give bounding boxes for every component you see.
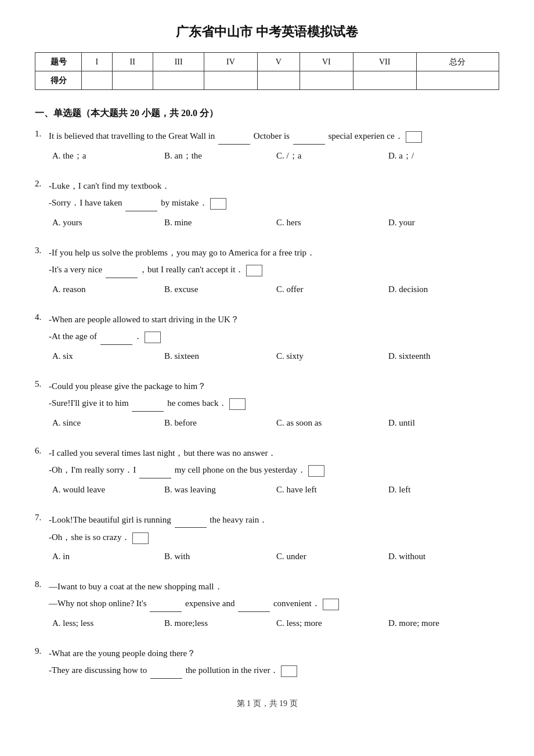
question-num: 8. [35,579,49,589]
option: A. the；a [49,148,161,164]
answer-blank [106,262,138,278]
answer-paren [145,332,161,343]
question-num: 1. [35,129,49,139]
options-row: A. would leaveB. was leavingC. have left… [49,482,497,498]
question-line: —Why not shop online? It's expensive and… [49,596,497,612]
question-line: -Sorry．I have taken by mistake． [49,196,497,211]
score-table: 题号IIIIIIIVVVIVII总分 得分 [35,52,499,90]
answer-paren [229,398,246,410]
page-footer: 第 1 页，共 19 页 [35,699,499,709]
question-num: 7. [35,513,49,523]
option: C. under [273,549,385,564]
question-line: -Oh，she is so crazy． [49,530,497,545]
options-row: A. inB. withC. underD. without [49,549,497,564]
option: B. mine [161,215,273,231]
option: D. until [385,415,497,431]
question-num: 6. [35,446,49,456]
page-title: 广东省中山市 中考英语模拟试卷 [35,23,499,41]
answer-paren [406,131,422,143]
option: B. excuse [161,282,273,297]
question-num: 3. [35,246,49,255]
answer-paren [246,265,262,276]
option: D. more; more [385,615,497,631]
answer-blank [293,129,325,145]
option: C. less; more [273,615,385,631]
option: B. an；the [161,148,273,164]
question-block: 4.-When are people allowed to start driv… [35,312,499,369]
option: D. sixteenth [385,348,497,364]
question-content: —Iwant to buy a coat at the new shopping… [49,579,497,636]
question-line: —Iwant to buy a coat at the new shopping… [49,579,497,595]
question-content: It is believed that travelling to the Gr… [49,129,497,168]
answer-blank [125,196,157,211]
option: A. less; less [49,615,161,631]
option: B. before [161,415,273,431]
answer-blank [218,129,250,145]
question-line: -Look!The beautiful girl is running the … [49,513,497,528]
option: D. left [385,482,497,498]
question-block: 1.It is believed that travelling to the … [35,129,499,168]
answer-paren [281,665,297,677]
question-block: 9.-What are the young people doing there… [35,646,499,681]
question-block: 8.—Iwant to buy a coat at the new shoppi… [35,579,499,636]
options-row: A. less; lessB. more;lessC. less; moreD.… [49,615,497,631]
answer-blank [150,596,182,612]
question-num: 2. [35,179,49,189]
question-content: -Look!The beautiful girl is running the … [49,513,497,569]
option: A. yours [49,215,161,231]
question-line: It is believed that travelling to the Gr… [49,129,497,145]
question-content: -I called you several times last night，b… [49,446,497,502]
answer-blank [238,596,270,612]
options-row: A. the；aB. an；theC. /；aD. a；/ [49,148,497,164]
answer-blank [175,513,207,528]
option: D. decision [385,282,497,297]
question-num: 5. [35,379,49,389]
question-line: -It's a very nice ，but I really can't ac… [49,262,497,278]
question-line: -Luke，I can't find my textbook． [49,179,497,194]
option: A. in [49,549,161,564]
question-line: -If you help us solve the problems，you m… [49,246,497,261]
question-line: -Sure!I'll give it to him he comes back． [49,396,497,412]
question-content: -Luke，I can't find my textbook．-Sorry．I … [49,179,497,235]
option: C. /；a [273,148,385,164]
options-row: A. sinceB. beforeC. as soon asD. until [49,415,497,431]
answer-paren [323,599,339,610]
option: A. reason [49,282,161,297]
option: A. since [49,415,161,431]
answer-blank [100,329,132,345]
question-block: 6.-I called you several times last night… [35,446,499,502]
options-row: A. reasonB. excuseC. offerD. decision [49,282,497,297]
answer-blank [139,463,171,478]
question-content: -When are people allowed to start drivin… [49,312,497,369]
answer-paren [210,198,226,210]
option: C. have left [273,482,385,498]
options-row: A. yoursB. mineC. hersD. your [49,215,497,231]
question-line: -When are people allowed to start drivin… [49,312,497,327]
option: B. with [161,549,273,564]
option: A. would leave [49,482,161,498]
option: B. more;less [161,615,273,631]
option: D. a；/ [385,148,497,164]
option: C. as soon as [273,415,385,431]
option: C. offer [273,282,385,297]
options-row: A. sixB. sixteenC. sixtyD. sixteenth [49,348,497,364]
answer-blank [132,396,164,412]
question-line: -Oh，I'm really sorry．I my cell phone on … [49,463,497,478]
question-block: 5.-Could you please give the package to … [35,379,499,435]
question-block: 3.-If you help us solve the problems，you… [35,246,499,302]
option: D. your [385,215,497,231]
question-num: 9. [35,646,49,656]
question-content: -Could you please give the package to hi… [49,379,497,435]
question-line: -They are discussing how to the pollutio… [49,663,497,679]
question-num: 4. [35,312,49,322]
question-block: 7.-Look!The beautiful girl is running th… [35,513,499,569]
section1-title: 一、单选题（本大题共 20 小题，共 20.0 分） [35,107,499,120]
answer-paren [132,532,149,544]
answer-paren [308,465,324,477]
question-line: -At the age of ． [49,329,497,345]
option: B. was leaving [161,482,273,498]
question-line: -Could you please give the package to hi… [49,379,497,394]
question-content: -If you help us solve the problems，you m… [49,246,497,302]
option: C. sixty [273,348,385,364]
question-line: -I called you several times last night，b… [49,446,497,461]
